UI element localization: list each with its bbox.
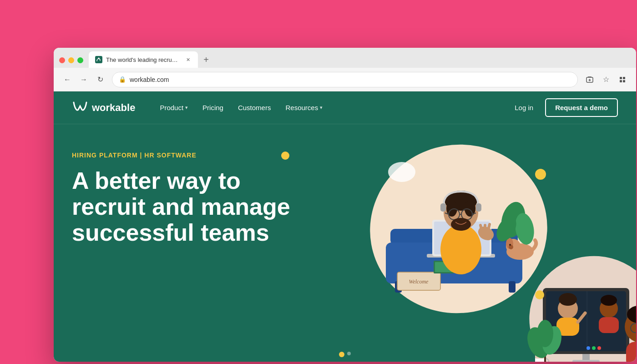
site-nav: workable Product ▾ Pricing Customers Res… — [54, 91, 636, 124]
svg-rect-3 — [623, 77, 625, 79]
svg-text:Welcome: Welcome — [409, 278, 429, 285]
svg-point-74 — [535, 290, 544, 299]
svg-point-60 — [597, 346, 601, 350]
bottom-decoration — [339, 352, 351, 357]
svg-rect-2 — [620, 77, 622, 79]
logo-icon — [72, 100, 88, 116]
svg-rect-47 — [572, 360, 600, 362]
svg-point-56 — [601, 295, 617, 306]
minimize-button[interactable] — [68, 57, 74, 63]
svg-point-58 — [586, 346, 590, 350]
nav-actions: Log in Request a demo — [508, 98, 618, 117]
hero-illustration: Welcome — [354, 133, 636, 362]
product-chevron-icon: ▾ — [185, 105, 188, 111]
tab-bar: The world's leading recruiting ✕ + — [54, 48, 636, 68]
address-bar: ← → ↻ 🔒 workable.com ☆ — [54, 68, 636, 91]
demo-button[interactable]: Request a demo — [545, 98, 618, 117]
hero-headline: A better way to recruit and manage succe… — [72, 168, 336, 246]
svg-line-31 — [489, 224, 490, 228]
svg-point-52 — [559, 293, 577, 306]
nav-resources[interactable]: Resources ▾ — [279, 100, 329, 115]
nav-links: Product ▾ Pricing Customers Resources ▾ — [153, 100, 508, 115]
svg-point-37 — [509, 244, 511, 246]
back-button[interactable]: ← — [61, 73, 74, 86]
new-tab-button[interactable]: + — [200, 53, 212, 66]
resources-chevron-icon: ▾ — [320, 105, 323, 111]
svg-rect-38 — [440, 203, 446, 212]
extensions-icon[interactable] — [616, 73, 629, 86]
browser-window: The world's leading recruiting ✕ + ← → ↻… — [54, 48, 636, 362]
active-tab[interactable]: The world's leading recruiting ✕ — [89, 51, 198, 68]
svg-point-18 — [440, 224, 481, 274]
nav-customers[interactable]: Customers — [232, 100, 278, 115]
tab-title: The world's leading recruiting — [106, 56, 179, 63]
logo-text: workable — [92, 102, 135, 114]
decoration-dot-yellow — [281, 152, 289, 160]
address-actions: ☆ — [583, 73, 629, 86]
svg-rect-10 — [509, 281, 516, 293]
svg-point-43 — [535, 169, 546, 180]
svg-point-36 — [509, 245, 513, 249]
svg-rect-4 — [620, 80, 622, 82]
svg-rect-5 — [623, 80, 625, 82]
nav-buttons: ← → ↻ — [61, 73, 106, 86]
security-icon: 🔒 — [119, 76, 126, 83]
svg-rect-57 — [599, 317, 619, 333]
hero-section: HIRING PLATFORM | HR SOFTWARE A better w… — [54, 124, 636, 362]
svg-point-73 — [537, 320, 553, 347]
svg-point-59 — [592, 346, 596, 350]
tab-favicon — [95, 56, 102, 63]
secondary-blob-svg — [518, 243, 636, 362]
svg-point-44 — [388, 162, 415, 182]
website-content: workable Product ▾ Pricing Customers Res… — [54, 91, 636, 362]
svg-line-32 — [480, 225, 481, 229]
reload-button[interactable]: ↻ — [94, 73, 106, 86]
window-controls — [59, 57, 83, 68]
logo[interactable]: workable — [72, 100, 135, 116]
login-button[interactable]: Log in — [508, 100, 540, 115]
close-button[interactable] — [59, 57, 65, 63]
screenshot-icon[interactable] — [583, 73, 596, 86]
bookmark-icon[interactable]: ☆ — [600, 73, 612, 86]
nav-product[interactable]: Product ▾ — [153, 100, 194, 115]
svg-point-0 — [98, 58, 100, 59]
url-bar[interactable]: 🔒 workable.com — [112, 72, 578, 87]
nav-pricing[interactable]: Pricing — [196, 100, 230, 115]
tab-close-button[interactable]: ✕ — [184, 56, 192, 63]
forward-button[interactable]: → — [77, 73, 90, 86]
url-text: workable.com — [130, 76, 571, 83]
svg-rect-39 — [476, 203, 481, 212]
maximize-button[interactable] — [77, 57, 83, 63]
